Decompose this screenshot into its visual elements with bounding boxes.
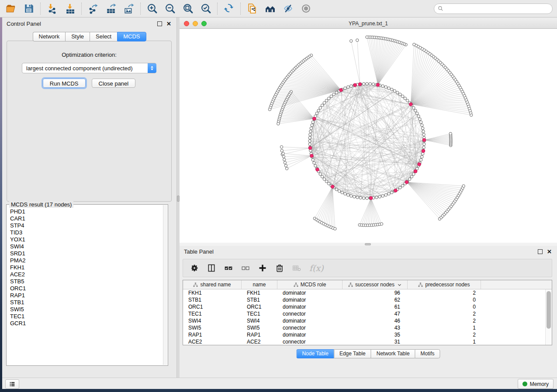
node-table-body: FKH1FKH1dominator962STB1STB1dominator620…	[183, 289, 552, 345]
float-panel-icon[interactable]	[538, 249, 543, 254]
zoom-fit-button[interactable]	[182, 3, 194, 14]
table-row[interactable]: SWI5SWI5connector431	[183, 324, 552, 331]
close-panel-icon[interactable]: ✕	[547, 250, 552, 254]
mcds-list-scrollbar[interactable]	[163, 205, 167, 365]
criterion-dropdown[interactable]: largest connected component (undirected)	[22, 63, 156, 73]
save-session-button[interactable]	[23, 3, 35, 14]
tab-node-table[interactable]: Node Table	[296, 349, 334, 358]
zoom-in-button[interactable]	[146, 3, 158, 14]
tab-network[interactable]: Network	[32, 32, 65, 41]
table-settings-button[interactable]	[190, 264, 199, 272]
table-row[interactable]: RAP1RAP1dominator352	[183, 331, 552, 338]
run-mcds-button[interactable]: Run MCDS	[43, 79, 86, 88]
export-table-icon	[106, 3, 117, 14]
column-header-shared-name[interactable]: shared name	[183, 280, 242, 289]
select-all-button[interactable]	[224, 264, 233, 272]
table-tabs: Node TableEdge TableNetwork TableMotifs	[296, 349, 440, 358]
splitter-grip[interactable]	[365, 243, 371, 245]
control-panel-title: Control Panel	[7, 21, 41, 27]
criterion-label: Optimization criterion:	[7, 52, 171, 58]
tab-edge-table[interactable]: Edge Table	[334, 349, 371, 358]
table-cell: dominator	[277, 304, 343, 310]
table-cell: RAP1	[242, 332, 277, 338]
export-image-button[interactable]	[123, 3, 135, 14]
table-row[interactable]: FKH1FKH1dominator962	[183, 289, 552, 296]
memory-button[interactable]: Memory	[518, 379, 554, 389]
table-cell: 46	[343, 318, 408, 324]
clone-network-button[interactable]	[246, 3, 258, 14]
show-columns-button[interactable]	[207, 264, 216, 272]
table-row[interactable]: SWI4SWI4dominator462	[183, 317, 552, 324]
attribute-tree-icon	[348, 282, 353, 287]
delete-table-button[interactable]	[292, 264, 301, 272]
import-network-button[interactable]	[46, 3, 58, 14]
console-button[interactable]	[5, 379, 19, 389]
zoom-out-button[interactable]	[164, 3, 176, 14]
zoom-selected-button[interactable]	[200, 3, 212, 14]
mcds-result-item: SWI4	[10, 243, 163, 250]
search-box	[434, 3, 553, 14]
table-cell: 1	[408, 339, 481, 345]
table-panel: Table Panel ✕	[180, 246, 557, 375]
network-window-title: YPA_prune.txt_1	[180, 21, 557, 27]
table-cell: 47	[343, 311, 408, 317]
column-header-predecessor-nodes[interactable]: predecessor nodes	[408, 280, 481, 289]
table-cell: dominator	[277, 332, 343, 338]
table-cell: connector	[277, 311, 343, 317]
table-row[interactable]: ACE2ACE2connector311	[183, 338, 552, 345]
table-cell: SWI4	[242, 318, 277, 324]
table-row[interactable]: STB1STB1dominator620	[183, 296, 552, 303]
table-cell: STB1	[242, 297, 277, 303]
float-panel-icon[interactable]	[157, 21, 162, 26]
delete-column-button[interactable]	[275, 264, 284, 272]
tab-motifs[interactable]: Motifs	[415, 349, 440, 358]
hide-panel-button[interactable]	[282, 3, 294, 14]
tab-style[interactable]: Style	[65, 32, 90, 41]
table-cell: RAP1	[183, 332, 242, 338]
table-cell: 96	[343, 290, 408, 296]
tab-mcds[interactable]: MCDS	[117, 32, 146, 41]
close-panel-button[interactable]: Close panel	[92, 79, 136, 88]
deselect-all-button[interactable]	[241, 264, 250, 272]
column-header-MCDS-role[interactable]: MCDS role	[277, 280, 343, 289]
control-panel: Control Panel ✕ NetworkStyleSelectMCDS O…	[2, 17, 177, 378]
control-panel-tabs: NetworkStyleSelectMCDS	[32, 32, 146, 41]
save-floppy-icon	[24, 3, 35, 14]
open-session-button[interactable]	[5, 3, 17, 14]
network-home-button[interactable]	[264, 3, 276, 14]
table-row[interactable]: ORC1ORC1dominator610	[183, 303, 552, 310]
table-scrollbar	[545, 289, 552, 345]
main-toolbar	[0, 0, 557, 17]
table-row[interactable]: TEC1TEC1connector472	[183, 310, 552, 317]
show-eye-button[interactable]	[300, 3, 312, 14]
mcds-result-box: MCDS result (17 nodes) PHD1CAR1STP4TID3Y…	[6, 204, 168, 366]
network-canvas[interactable]	[180, 29, 557, 243]
mcds-result-list[interactable]: PHD1CAR1STP4TID3YOX1SWI4SRD1PMA2FKH1ACE2…	[7, 207, 163, 365]
table-cell: FKH1	[183, 290, 242, 296]
tab-network-table[interactable]: Network Table	[371, 349, 415, 358]
dropdown-stepper-icon	[148, 63, 156, 73]
table-cell: 43	[343, 325, 408, 331]
add-column-button[interactable]	[258, 264, 267, 272]
mcds-result-item: TEC1	[10, 313, 163, 320]
search-input[interactable]	[446, 5, 549, 12]
tab-select[interactable]: Select	[90, 32, 117, 41]
export-network-icon	[88, 3, 99, 14]
hide-eye-icon	[283, 3, 294, 14]
table-cell: 2	[408, 318, 481, 324]
apply-layout-button[interactable]	[223, 3, 235, 14]
table-cell: TEC1	[183, 311, 242, 317]
column-header-successor-nodes[interactable]: successor nodes	[343, 280, 408, 289]
column-header-name[interactable]: name	[242, 280, 277, 289]
function-builder-button[interactable]: f(x)	[309, 263, 324, 273]
table-cell: SWI5	[183, 325, 242, 331]
export-table-button[interactable]	[105, 3, 117, 14]
close-panel-icon[interactable]: ✕	[166, 22, 171, 26]
table-cell: connector	[277, 325, 343, 331]
table-scrollbar-thumb[interactable]	[547, 291, 551, 329]
mcds-result-item: STB1	[10, 299, 163, 306]
horizontal-splitter[interactable]	[180, 243, 557, 246]
import-table-button[interactable]	[64, 3, 76, 14]
export-network-button[interactable]	[87, 3, 99, 14]
node-table-header: shared namenameMCDS rolesuccessor nodesp…	[183, 280, 552, 289]
